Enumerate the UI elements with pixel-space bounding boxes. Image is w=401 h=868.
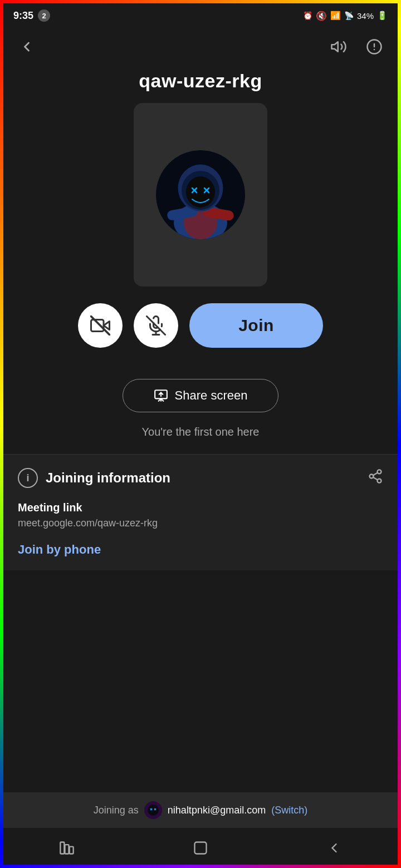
nav-bar (0, 828, 401, 868)
user-small-avatar (144, 801, 162, 819)
back-nav-button[interactable] (317, 831, 351, 865)
report-button[interactable] (361, 33, 388, 60)
joining-info-header: i Joining information (18, 468, 383, 488)
meeting-link-url: meet.google.com/qaw-uzez-rkg (18, 517, 383, 529)
top-bar (0, 29, 401, 65)
home-button[interactable] (184, 831, 217, 865)
controls-row: Join (0, 303, 401, 348)
info-icon: i (18, 468, 38, 488)
share-screen-label: Share screen (175, 388, 248, 403)
svg-line-30 (373, 472, 378, 475)
meeting-link-label: Meeting link (18, 501, 383, 514)
battery-icon: 🔋 (377, 11, 388, 21)
join-button[interactable]: Join (189, 303, 323, 348)
notification-badge: 2 (38, 9, 50, 22)
svg-rect-40 (195, 842, 207, 854)
signal-icon: 📡 (344, 11, 354, 20)
joining-info-title: Joining information (46, 470, 170, 486)
share-joining-info-button[interactable] (368, 468, 383, 488)
recent-apps-button[interactable] (50, 831, 84, 865)
svg-line-29 (373, 477, 378, 480)
join-by-phone-button[interactable]: Join by phone (18, 542, 383, 557)
back-button[interactable] (13, 33, 40, 60)
meeting-code: qaw-uzez-rkg (0, 65, 401, 103)
status-icons: ⏰ 🔇 📶 📡 34% 🔋 (303, 11, 388, 21)
svg-rect-38 (65, 845, 69, 854)
svg-rect-39 (70, 847, 74, 854)
svg-marker-0 (332, 42, 338, 52)
wifi-icon: 📶 (330, 11, 341, 21)
alarm-icon: ⏰ (303, 11, 312, 20)
joining-as-bar: Joining as nihaltpnki@gmail.com (Switch) (0, 792, 401, 828)
top-bar-actions (325, 33, 388, 60)
mic-toggle-button[interactable] (134, 303, 178, 348)
status-time: 9:35 (13, 10, 33, 22)
joining-info-title-row: i Joining information (18, 468, 170, 488)
user-email: nihaltpnki@gmail.com (168, 805, 266, 816)
battery-level: 34% (357, 11, 374, 21)
user-avatar (156, 150, 245, 239)
first-here-text: You're the first one here (0, 426, 401, 438)
svg-rect-37 (60, 842, 64, 854)
camera-toggle-button[interactable] (78, 303, 123, 348)
status-time-area: 9:35 2 (13, 9, 50, 22)
video-preview (134, 103, 267, 287)
joining-info-section: i Joining information Meeting link meet.… (0, 455, 401, 570)
mute-icon: 🔇 (316, 11, 327, 21)
joining-as-label: Joining as (94, 805, 139, 816)
status-bar: 9:35 2 ⏰ 🔇 📶 📡 34% 🔋 (0, 0, 401, 29)
switch-account-button[interactable]: (Switch) (271, 805, 307, 816)
volume-button[interactable] (325, 33, 352, 60)
share-screen-button[interactable]: Share screen (123, 379, 278, 412)
svg-point-32 (148, 805, 159, 816)
